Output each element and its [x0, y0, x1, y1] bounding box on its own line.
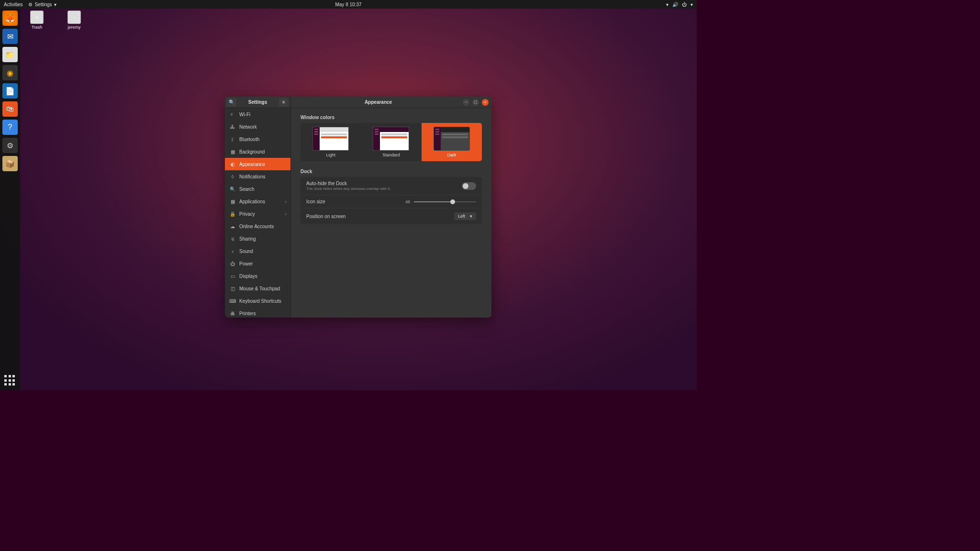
dock-files[interactable]: 📁	[2, 47, 18, 62]
desktop-icon-label: jeremy	[67, 25, 80, 30]
sidebar-item-online-accounts[interactable]: ☁Online Accounts	[225, 220, 290, 232]
sidebar-item-search[interactable]: 🔍Search	[225, 183, 290, 195]
clock[interactable]: May 8 10:37	[335, 2, 361, 7]
chevron-down-icon[interactable]: ▾	[690, 2, 693, 7]
dock-firefox[interactable]: 🦊	[2, 11, 18, 26]
settings-icon: ⚙	[28, 2, 33, 7]
content-area: Window colors Light Standard Dark	[291, 108, 491, 318]
theme-label: Standard	[382, 153, 400, 157]
show-applications[interactable]	[4, 375, 16, 386]
dock-archive[interactable]: 📦	[2, 156, 18, 171]
slider-handle[interactable]	[450, 199, 455, 204]
sidebar-item-label: Sound	[239, 249, 253, 254]
current-app-label: Settings	[34, 2, 52, 7]
theme-preview-light	[312, 127, 349, 151]
close-button[interactable]: ×	[482, 99, 489, 106]
position-label: Position on screen	[306, 214, 345, 219]
sidebar-item-printers[interactable]: 🖶Printers	[225, 307, 290, 318]
desktop-icon-trash[interactable]: ♻ Trash	[24, 11, 50, 30]
sidebar-item-keyboard[interactable]: ⌨Keyboard Shortcuts	[225, 295, 290, 307]
dock-settings-panel: Auto-hide the Dock The dock hides when a…	[301, 177, 482, 224]
desktop-icons: ♻ Trash ⌂ jeremy	[24, 11, 87, 30]
sidebar-item-appearance[interactable]: ◐Appearance	[225, 158, 290, 170]
sidebar-item-label: Online Accounts	[239, 224, 274, 229]
sidebar-item-background[interactable]: ▦Background	[225, 145, 290, 158]
theme-preview-dark	[434, 127, 470, 151]
sidebar-item-label: Keyboard Shortcuts	[239, 298, 281, 304]
sidebar-item-label: Notifications	[239, 174, 265, 179]
minimize-button[interactable]: −	[463, 99, 469, 106]
power-icon[interactable]: ⏻	[682, 2, 687, 7]
printer-icon: 🖶	[230, 310, 235, 316]
sidebar-item-bluetooth[interactable]: ᛒBluetooth	[225, 133, 290, 145]
dock-thunderbird[interactable]: ✉	[2, 29, 18, 44]
keyboard-icon: ⌨	[230, 298, 235, 304]
sidebar-item-label: Applications	[239, 199, 265, 204]
position-select[interactable]: Left ▾	[454, 212, 476, 220]
sidebar-item-label: Displays	[239, 274, 257, 279]
sidebar-item-label: Wi-Fi	[239, 112, 250, 117]
sidebar-item-label: Privacy	[239, 211, 255, 217]
settings-window: 🔍 Settings ≡ Appearance − ▢ × ᯤWi-Fi 🖧Ne…	[225, 97, 491, 318]
search-button[interactable]: 🔍	[227, 98, 236, 107]
sound-icon: ♪	[230, 248, 235, 254]
autohide-toggle[interactable]	[462, 182, 476, 190]
search-icon: 🔍	[229, 99, 234, 105]
autohide-row: Auto-hide the Dock The dock hides when a…	[301, 177, 482, 195]
section-dock: Dock	[301, 169, 482, 174]
chevron-right-icon: ›	[285, 211, 287, 217]
desktop: ♻ Trash ⌂ jeremy 🦊 ✉ 📁 ◉ 📄 🛍 ? ⚙ 📦 🔍 Set…	[0, 9, 697, 390]
sidebar-item-mouse[interactable]: ◫Mouse & Touchpad	[225, 282, 290, 295]
window-title-right: Appearance	[294, 99, 463, 105]
sidebar-item-label: Bluetooth	[239, 137, 259, 142]
sidebar-item-label: Search	[239, 187, 255, 192]
sidebar-item-notifications[interactable]: ◊Notifications	[225, 170, 290, 183]
maximize-button[interactable]: ▢	[472, 99, 479, 106]
sidebar-item-network[interactable]: 🖧Network	[225, 121, 290, 133]
sidebar-item-label: Appearance	[239, 162, 265, 167]
desktop-icon-label: Trash	[32, 25, 43, 30]
dock-settings[interactable]: ⚙	[2, 138, 18, 153]
network-icon[interactable]: ▾	[666, 2, 668, 7]
theme-standard[interactable]: Standard	[361, 123, 421, 161]
autohide-description: The dock hides when any windows overlap …	[306, 187, 391, 191]
background-icon: ▦	[230, 149, 235, 154]
current-app-indicator[interactable]: ⚙ Settings ▾	[28, 2, 56, 7]
home-icon: ⌂	[67, 11, 81, 24]
sidebar-item-sound[interactable]: ♪Sound	[225, 245, 290, 257]
sidebar-item-applications[interactable]: ▦Applications›	[225, 195, 290, 208]
lock-icon: 🔒	[230, 211, 235, 217]
sidebar-item-label: Printers	[239, 311, 256, 316]
sidebar-item-privacy[interactable]: 🔒Privacy›	[225, 208, 290, 220]
chevron-right-icon: ›	[285, 199, 287, 204]
titlebar[interactable]: 🔍 Settings ≡ Appearance − ▢ ×	[225, 97, 491, 108]
dock-writer[interactable]: 📄	[2, 83, 18, 99]
theme-label: Dark	[447, 153, 456, 157]
window-title-left: Settings	[238, 99, 277, 105]
hamburger-button[interactable]: ≡	[279, 98, 289, 107]
sidebar-item-displays[interactable]: ▭Displays	[225, 270, 290, 282]
desktop-icon-home[interactable]: ⌂ jeremy	[61, 11, 87, 30]
theme-preview-standard	[373, 127, 409, 151]
theme-label: Light	[326, 153, 335, 157]
sidebar-item-label: Sharing	[239, 236, 256, 242]
volume-icon[interactable]: 🔊	[672, 2, 678, 7]
sidebar-item-wifi[interactable]: ᯤWi-Fi	[225, 108, 290, 121]
cloud-icon: ☁	[230, 223, 235, 229]
mouse-icon: ◫	[230, 286, 235, 291]
trash-icon: ♻	[30, 11, 44, 24]
autohide-label: Auto-hide the Dock	[306, 181, 391, 186]
dock-software[interactable]: 🛍	[2, 101, 18, 117]
apps-icon: ▦	[230, 198, 235, 204]
dock-rhythmbox[interactable]: ◉	[2, 65, 18, 80]
dock-help[interactable]: ?	[2, 120, 18, 135]
dock: 🦊 ✉ 📁 ◉ 📄 🛍 ? ⚙ 📦	[0, 9, 20, 390]
sidebar-item-power[interactable]: ⏻Power	[225, 257, 290, 270]
theme-dark[interactable]: Dark	[422, 123, 482, 161]
icon-size-value: 48	[405, 199, 410, 204]
activities-button[interactable]: Activities	[4, 2, 22, 7]
theme-light[interactable]: Light	[301, 123, 361, 161]
sidebar-item-sharing[interactable]: ⚼Sharing	[225, 232, 290, 245]
bell-icon: ◊	[230, 174, 235, 179]
icon-size-slider[interactable]	[414, 201, 476, 202]
